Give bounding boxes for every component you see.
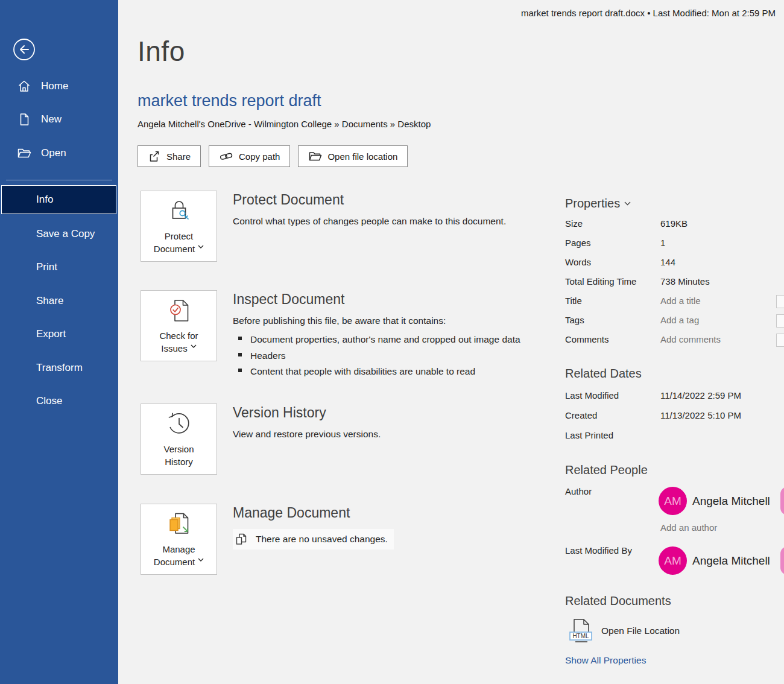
tile-label-line: Document bbox=[154, 242, 195, 255]
tile-label-line: Check for bbox=[159, 329, 198, 342]
property-label: Pages bbox=[565, 238, 591, 248]
add-author-field[interactable]: Add an author bbox=[660, 522, 717, 533]
share-icon bbox=[148, 150, 161, 163]
protect-document-description: Control what types of changes people can… bbox=[233, 216, 506, 227]
property-value-editing-time: 738 Minutes bbox=[660, 276, 710, 287]
open-file-location-link[interactable]: HTML Open File Location bbox=[567, 618, 680, 644]
sidebar-item-label: Transform bbox=[36, 362, 83, 374]
tile-label-line: Document bbox=[154, 556, 195, 568]
properties-dropdown[interactable]: Properties bbox=[565, 197, 631, 211]
inspect-document-heading: Inspect Document bbox=[233, 291, 520, 308]
avatar-initials: AM bbox=[664, 495, 681, 508]
bullet-square-icon bbox=[238, 369, 242, 372]
sidebar-item-label: Export bbox=[36, 328, 66, 340]
open-file-location-button[interactable]: Open file location bbox=[298, 145, 408, 167]
version-history-heading: Version History bbox=[233, 405, 381, 421]
info-backstage-main: market trends report draft.docx • Last M… bbox=[118, 0, 784, 684]
edit-title-button-cutoff[interactable] bbox=[776, 295, 784, 308]
property-label: Size bbox=[565, 218, 583, 229]
share-button[interactable]: Share bbox=[138, 145, 201, 167]
property-label: Comments bbox=[565, 334, 609, 344]
author-name[interactable]: Angela Mitchell bbox=[692, 495, 770, 508]
sidebar-item-print[interactable]: Print bbox=[0, 257, 118, 277]
open-folder-icon bbox=[17, 146, 31, 160]
created-value: 11/13/2022 5:10 PM bbox=[660, 410, 741, 420]
list-item-text: Headers bbox=[250, 348, 286, 364]
property-label: Total Editing Time bbox=[565, 276, 636, 287]
avatar[interactable]: AM bbox=[659, 487, 687, 515]
date-label: Last Modified bbox=[565, 390, 619, 401]
property-value-pages: 1 bbox=[660, 238, 665, 248]
sidebar-item-new[interactable]: New bbox=[0, 109, 118, 130]
document-check-icon bbox=[165, 297, 193, 329]
version-history-description: View and restore previous versions. bbox=[233, 429, 381, 440]
open-file-location-button-label: Open file location bbox=[327, 151, 397, 162]
open-file-location-label: Open File Location bbox=[601, 625, 680, 636]
sidebar-item-home[interactable]: Home bbox=[0, 76, 118, 97]
version-history-section: Version History Version History View and… bbox=[141, 404, 381, 475]
protect-document-section: Protect Document Protect Document Contro… bbox=[141, 191, 506, 262]
chevron-down-icon bbox=[198, 245, 204, 253]
last-modified-by-label: Last Modified By bbox=[565, 545, 632, 556]
tile-label-line: Protect bbox=[165, 230, 194, 242]
list-item-text: Content that people with disabilities ar… bbox=[250, 364, 475, 380]
edit-comments-button-cutoff[interactable] bbox=[776, 334, 784, 347]
version-history-button[interactable]: Version History bbox=[141, 404, 217, 475]
copy-path-button-label: Copy path bbox=[239, 151, 280, 162]
list-item: Document properties, author's name and c… bbox=[233, 332, 520, 348]
chevron-down-icon bbox=[624, 201, 631, 206]
unsaved-changes-status: There are no unsaved changes. bbox=[233, 529, 394, 549]
document-header-status: market trends report draft.docx • Last M… bbox=[521, 8, 776, 18]
sidebar-item-info-selected[interactable]: Info bbox=[1, 185, 116, 214]
add-title-field[interactable]: Add a title bbox=[660, 296, 701, 306]
protect-document-dropdown-button[interactable]: Protect Document bbox=[141, 191, 217, 262]
tile-label-line: Issues bbox=[161, 342, 187, 355]
share-button-label: Share bbox=[166, 151, 191, 162]
manage-document-dropdown-button[interactable]: Manage Document bbox=[141, 504, 217, 575]
tile-label-line: Version bbox=[163, 443, 194, 455]
last-modified-by-name[interactable]: Angela Mitchell bbox=[692, 554, 770, 568]
edit-tags-button-cutoff[interactable] bbox=[776, 314, 784, 328]
sidebar-item-close[interactable]: Close bbox=[0, 391, 118, 411]
inspect-findings-list: Document properties, author's name and c… bbox=[233, 332, 520, 380]
manage-document-section: Manage Document Manage Document There a bbox=[141, 504, 394, 575]
author-label: Author bbox=[565, 486, 592, 496]
tile-label-line: Manage bbox=[162, 543, 195, 556]
bullet-square-icon bbox=[238, 337, 242, 340]
backstage-sidebar: Home New Open Info Save a Copy Print Sha… bbox=[0, 0, 118, 684]
avatar-initials: AM bbox=[664, 554, 681, 568]
property-label: Words bbox=[565, 257, 591, 267]
svg-text:HTML: HTML bbox=[572, 633, 589, 639]
avatar[interactable]: AM bbox=[659, 546, 687, 575]
sidebar-divider bbox=[6, 180, 112, 180]
page-title: Info bbox=[138, 35, 185, 68]
sidebar-item-share[interactable]: Share bbox=[0, 291, 118, 311]
properties-heading: Properties bbox=[565, 197, 620, 211]
inspect-document-description: Before publishing this file, be aware th… bbox=[233, 315, 520, 326]
sidebar-item-open[interactable]: Open bbox=[0, 143, 118, 163]
html-document-icon: HTML bbox=[567, 618, 594, 644]
show-all-properties-link[interactable]: Show All Properties bbox=[565, 655, 646, 666]
manage-document-icon bbox=[165, 510, 193, 543]
copy-path-button[interactable]: Copy path bbox=[209, 145, 290, 167]
add-comments-field[interactable]: Add comments bbox=[660, 334, 721, 344]
related-documents-heading: Related Documents bbox=[565, 594, 671, 608]
sidebar-item-label: Close bbox=[36, 395, 62, 407]
sidebar-item-label: Open bbox=[41, 147, 66, 159]
list-item: Headers bbox=[233, 348, 520, 364]
sidebar-item-transform[interactable]: Transform bbox=[0, 358, 118, 378]
avatar-cutoff bbox=[780, 546, 784, 575]
unsaved-changes-icon bbox=[234, 532, 248, 546]
sidebar-item-export[interactable]: Export bbox=[0, 324, 118, 344]
add-tag-field[interactable]: Add a tag bbox=[660, 315, 699, 325]
protect-document-heading: Protect Document bbox=[233, 192, 506, 208]
check-for-issues-dropdown-button[interactable]: Check for Issues bbox=[141, 290, 217, 361]
sidebar-item-save-a-copy[interactable]: Save a Copy bbox=[0, 224, 118, 244]
sidebar-item-label: New bbox=[41, 113, 62, 125]
related-dates-heading: Related Dates bbox=[565, 367, 642, 381]
back-button[interactable] bbox=[12, 37, 36, 62]
inspect-document-section: Check for Issues Inspect Document Before… bbox=[141, 290, 520, 380]
manage-document-heading: Manage Document bbox=[233, 505, 394, 521]
list-item-text: Document properties, author's name and c… bbox=[250, 332, 520, 348]
sidebar-item-label: Info bbox=[36, 194, 53, 206]
